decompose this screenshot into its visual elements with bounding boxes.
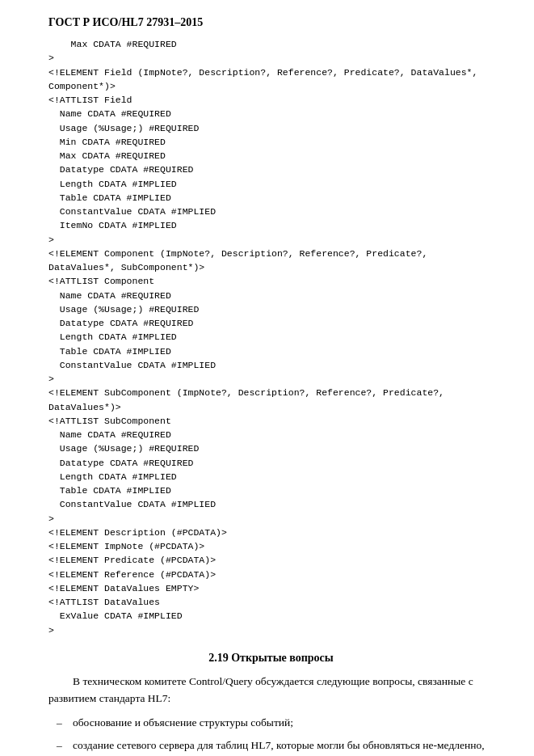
code-block: Max CDATA #REQUIRED > <!ELEMENT Field (I… xyxy=(48,37,494,637)
section-heading: 2.19 Открытые вопросы xyxy=(48,652,494,665)
list-container: обоснование и объяснение структуры событ… xyxy=(48,714,494,756)
list-item-1: создание сетевого сервера для таблиц HL7… xyxy=(48,737,494,756)
list-item-0: обоснование и объяснение структуры событ… xyxy=(48,714,494,732)
section-paragraph1: В техническом комитете Control/Query обс… xyxy=(48,673,494,707)
header-title: ГОСТ Р ИСО/HL7 27931–2015 xyxy=(48,16,494,29)
